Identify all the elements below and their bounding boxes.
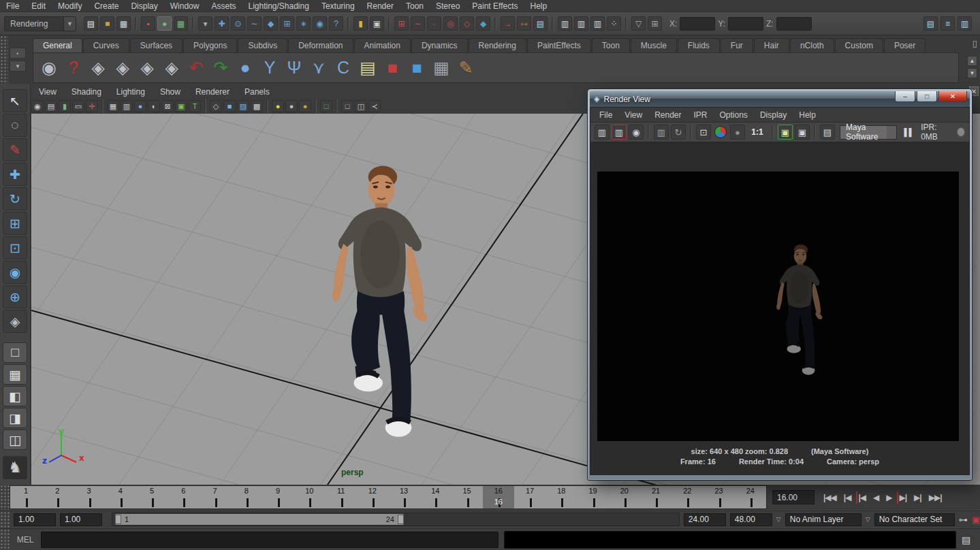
character-model[interactable]	[309, 160, 454, 449]
step-forward-key-button[interactable]: ▶|	[897, 491, 908, 504]
anim-layer-field[interactable]	[785, 513, 862, 526]
timeline-frame-14[interactable]: 14	[420, 486, 451, 508]
ik-handle-icon[interactable]: Y	[258, 55, 281, 81]
menu-paint-effects[interactable]: Paint Effects	[466, 1, 524, 11]
render-settings-icon[interactable]: ▣	[778, 125, 793, 140]
render-view-menu-ipr[interactable]: IPR	[688, 110, 714, 120]
save-scene-icon[interactable]: ▦	[116, 16, 131, 31]
z-coordinate-input[interactable]	[776, 17, 812, 31]
timeline-frame-23[interactable]: 23	[704, 486, 735, 508]
menu-set-selector[interactable]: Rendering ▼	[4, 16, 76, 31]
minimize-button[interactable]: –	[895, 91, 915, 102]
command-input[interactable]	[41, 532, 499, 548]
new-scene-icon[interactable]: ▤	[84, 16, 98, 31]
shelf-tab-toon[interactable]: Toon	[592, 38, 630, 52]
shelf-tab-surfaces[interactable]: Surfaces	[130, 38, 183, 52]
rgb-channels-icon[interactable]	[714, 126, 727, 138]
gate-mask-icon[interactable]: ◐	[148, 100, 160, 112]
outliner-persp-layout-button[interactable]: ◧	[3, 386, 27, 406]
construction-history-icon[interactable]: ▤	[533, 16, 548, 31]
pause-ipr-icon[interactable]: ▌▌	[904, 128, 914, 136]
maya-classic-menu-icon[interactable]: ♞	[3, 456, 27, 479]
timeline-frame-5[interactable]: 5	[136, 486, 168, 508]
chevron-down-icon[interactable]: ▼	[63, 17, 76, 31]
select-misc-mask-icon[interactable]: ?	[329, 16, 343, 31]
field-entry-mode-icon[interactable]: ⊞	[648, 16, 662, 31]
render-view-menu-display[interactable]: Display	[754, 110, 793, 120]
shelf-tab-dynamics[interactable]: Dynamics	[411, 38, 468, 52]
render-view-menu-options[interactable]: Options	[714, 110, 754, 120]
create-camera-aim-icon[interactable]: ◈	[111, 55, 134, 81]
menu-modify[interactable]: Modify	[52, 1, 88, 11]
open-render-view-icon[interactable]: ▥	[558, 16, 572, 31]
panel-menu-lighting[interactable]: Lighting	[109, 87, 153, 97]
timeline-frame-3[interactable]: 3	[74, 486, 105, 508]
shelf-tab-hair[interactable]: Hair	[754, 38, 789, 52]
soft-modification-icon[interactable]: ◉	[3, 261, 27, 284]
universal-manipulator-icon[interactable]: ⊡	[3, 236, 27, 259]
timeline-frame-8[interactable]: 8	[231, 486, 262, 508]
highlight-select-icon[interactable]: □	[320, 100, 332, 112]
animation-start-field[interactable]	[14, 513, 56, 526]
outputs-from-selected-icon[interactable]: ↦	[517, 16, 531, 31]
step-back-frame-button[interactable]: |◀	[842, 491, 853, 504]
snapshot-icon[interactable]: ◉	[629, 125, 644, 140]
show-manipulator-icon[interactable]: ⊕	[3, 285, 27, 308]
select-deformations-mask-icon[interactable]: ⊞	[280, 16, 294, 31]
select-tool-icon[interactable]: ↖	[3, 89, 27, 112]
playback-end-field[interactable]	[684, 513, 726, 526]
shelf-collapse-button[interactable]: ▪	[10, 48, 26, 59]
render-current-frame-icon[interactable]: ▥	[574, 16, 588, 31]
select-curves-mask-icon[interactable]: ∼	[247, 16, 262, 31]
paint-effects-brush-icon[interactable]: ✎	[454, 55, 477, 81]
timeline-frame-12[interactable]: 12	[357, 486, 388, 508]
menu-toon[interactable]: Toon	[400, 1, 430, 11]
alpha-channel-icon[interactable]: ●	[730, 125, 745, 140]
shelf-tab-general[interactable]: General	[33, 38, 82, 52]
menu-help[interactable]: Help	[524, 1, 554, 11]
timeline-frame-10[interactable]: 10	[294, 486, 325, 508]
select-surfaces-mask-icon[interactable]: ◆	[264, 16, 278, 31]
y-coordinate-input[interactable]	[728, 17, 763, 31]
refresh-ipr-icon[interactable]: ↻	[671, 125, 686, 140]
pick-component-icon[interactable]: ■	[405, 55, 428, 81]
select-object-icon[interactable]: ●	[157, 16, 172, 31]
wireframe-icon[interactable]: ◇	[210, 100, 222, 112]
use-all-lights-icon[interactable]: ▩	[251, 100, 263, 112]
paint-select-tool-icon[interactable]: ✎	[3, 138, 27, 161]
safe-action-icon[interactable]: ▣	[175, 100, 187, 112]
trash-icon[interactable]: ▯	[973, 38, 977, 48]
select-dynamics-mask-icon[interactable]: ∗	[296, 16, 311, 31]
shelf-tab-animation[interactable]: Animation	[354, 38, 411, 52]
select-camera-icon[interactable]: ◉	[31, 100, 44, 112]
menu-file[interactable]: File	[0, 1, 25, 11]
menu-window[interactable]: Window	[164, 1, 206, 11]
rendered-image[interactable]	[597, 172, 959, 441]
character-set-dropdown-icon[interactable]: ▽	[866, 516, 870, 523]
close-button[interactable]: ✕	[938, 91, 967, 102]
render-view-menu-help[interactable]: Help	[793, 110, 822, 120]
select-component-icon[interactable]: ▦	[174, 16, 188, 31]
display-render-settings-icon[interactable]: ⁘	[607, 16, 621, 31]
panel-menu-show[interactable]: Show	[153, 87, 188, 97]
resolution-gate-icon[interactable]: ●	[134, 100, 146, 112]
pan-zoom-icon[interactable]: ✛	[86, 100, 98, 112]
ipr-render-icon[interactable]: ▥	[590, 16, 605, 31]
rotate-tool-icon[interactable]: ↻	[3, 187, 27, 210]
hypergraph-icon[interactable]: ▤	[356, 55, 379, 81]
shelf-tab-custom[interactable]: Custom	[835, 38, 883, 52]
smooth-shade-icon[interactable]: ■	[223, 100, 236, 112]
command-line-grip[interactable]	[0, 529, 10, 550]
select-rendering-mask-icon[interactable]: ◉	[313, 16, 327, 31]
single-pane-layout-button[interactable]: □	[3, 342, 27, 363]
specular-light-icon[interactable]: ●	[299, 100, 311, 112]
timeline-frame-22[interactable]: 22	[671, 486, 703, 508]
command-output-field[interactable]	[504, 531, 956, 549]
quick-selection-dropdown-icon[interactable]: ▽	[631, 16, 646, 31]
undo-icon[interactable]: ↶	[185, 55, 208, 81]
lock-selection-icon[interactable]: ▮	[353, 16, 368, 31]
animation-end-field[interactable]	[730, 513, 772, 526]
menu-lighting-shading[interactable]: Lighting/Shading	[242, 1, 315, 11]
joint-tool-icon[interactable]: ⋎	[307, 55, 330, 81]
menu-create[interactable]: Create	[88, 1, 125, 11]
